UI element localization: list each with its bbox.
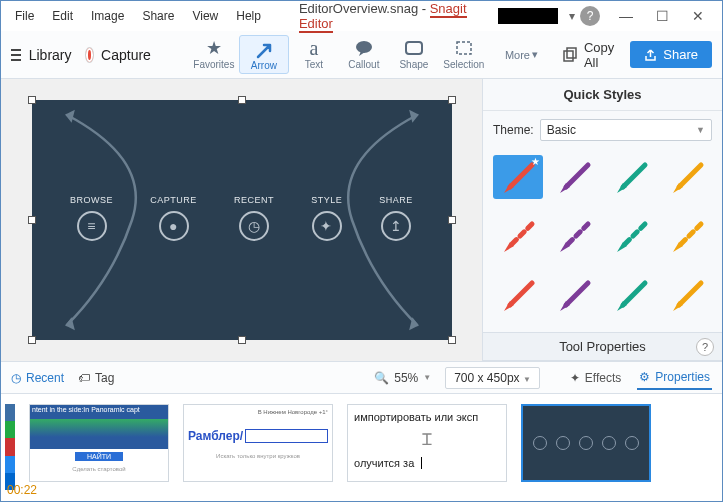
styles-grid: ★ — [483, 149, 722, 332]
tool-properties-header: Tool Properties ? — [483, 332, 722, 361]
canvas-item-style: STYLE✦ — [311, 195, 342, 241]
svg-point-0 — [356, 41, 372, 53]
copy-icon — [562, 47, 578, 63]
shape-icon — [389, 37, 439, 59]
zoom-control[interactable]: 🔍55% ▼ — [374, 371, 431, 385]
canvas-image[interactable]: BROWSE≡ CAPTURE● RECENT◷ STYLE✦ SHARE↥ — [32, 100, 452, 340]
close-button[interactable]: ✕ — [680, 4, 716, 28]
share-icon — [644, 48, 657, 61]
style-swatch[interactable] — [606, 155, 656, 199]
style-swatch[interactable] — [662, 155, 712, 199]
menu-file[interactable]: File — [7, 5, 42, 27]
tool-favorites[interactable]: ★Favorites — [189, 35, 239, 74]
menu-help[interactable]: Help — [228, 5, 269, 27]
tray-timer: 00:22 — [7, 483, 37, 497]
recent-button[interactable]: ◷Recent — [11, 371, 64, 385]
menu-edit[interactable]: Edit — [44, 5, 81, 27]
wand-icon: ✦ — [570, 371, 580, 385]
tool-shape[interactable]: Shape — [389, 35, 439, 74]
arrow-icon — [554, 275, 594, 315]
minimize-button[interactable]: — — [608, 4, 644, 28]
upload-icon: ↥ — [381, 211, 411, 241]
resize-handle[interactable] — [28, 96, 36, 104]
canvas-item-browse: BROWSE≡ — [70, 195, 113, 241]
style-swatch[interactable] — [493, 214, 543, 258]
canvas-item-share: SHARE↥ — [379, 195, 413, 241]
tag-button[interactable]: 🏷Tag — [78, 371, 114, 385]
canvas-area[interactable]: BROWSE≡ CAPTURE● RECENT◷ STYLE✦ SHARE↥ — [1, 79, 482, 361]
svg-line-23 — [566, 283, 588, 305]
theme-select[interactable]: Basic▼ — [540, 119, 712, 141]
thumbnail-selected[interactable]: snag — [521, 404, 651, 482]
canvas-icons-row: BROWSE≡ CAPTURE● RECENT◷ STYLE✦ SHARE↥ — [32, 195, 452, 241]
svg-line-27 — [679, 283, 701, 305]
style-swatch[interactable] — [549, 155, 599, 199]
thumbnail[interactable]: импортировать или эксп Ꮖ олучится за — [347, 404, 507, 482]
style-swatch[interactable] — [662, 273, 712, 317]
maximize-button[interactable]: ☐ — [644, 4, 680, 28]
right-panel: Quick Styles Theme: Basic▼ ★ Tool Proper… — [482, 79, 722, 361]
document-name: EditorOverview.snag — [299, 1, 418, 16]
arrow-icon — [498, 216, 538, 256]
resize-handle[interactable] — [448, 336, 456, 344]
arrow-icon — [611, 157, 651, 197]
arrow-icon — [667, 275, 707, 315]
resize-handle[interactable] — [448, 216, 456, 224]
record-icon[interactable] — [86, 48, 94, 62]
tab-properties[interactable]: ⚙Properties — [637, 366, 712, 390]
canvas-item-capture: CAPTURE● — [150, 195, 197, 241]
clock-icon: ◷ — [11, 371, 21, 385]
menu-image[interactable]: Image — [83, 5, 132, 27]
menu-share[interactable]: Share — [134, 5, 182, 27]
arrow-icon — [611, 275, 651, 315]
style-swatch[interactable]: ★ — [493, 155, 543, 199]
resize-handle[interactable] — [28, 336, 36, 344]
style-swatch[interactable] — [549, 214, 599, 258]
title-caret-icon[interactable]: ▾ — [564, 9, 580, 23]
arrow-icon — [611, 216, 651, 256]
svg-rect-2 — [457, 42, 471, 54]
resize-handle[interactable] — [28, 216, 36, 224]
tool-arrow[interactable]: Arrow — [239, 35, 289, 74]
svg-line-11 — [679, 165, 701, 187]
copy-all-button[interactable]: Copy All — [554, 36, 622, 74]
star-icon: ★ — [189, 37, 239, 59]
tag-icon: 🏷 — [78, 371, 90, 385]
text-icon: a — [289, 37, 339, 59]
thumbnail[interactable]: В Нижнем Новгороде +1° Рамблер/ Искать т… — [183, 404, 333, 482]
resize-handle[interactable] — [238, 336, 246, 344]
capture-button[interactable]: Capture — [101, 47, 151, 63]
thumb-strip[interactable] — [5, 404, 15, 490]
help-button[interactable]: ? — [580, 6, 600, 26]
svg-line-15 — [566, 224, 588, 246]
help-icon[interactable]: ? — [696, 338, 714, 356]
style-swatch[interactable] — [606, 273, 656, 317]
selection-icon — [439, 37, 489, 59]
chevron-down-icon: ▼ — [696, 125, 705, 135]
tool-callout[interactable]: Callout — [339, 35, 389, 74]
svg-line-17 — [623, 224, 645, 246]
menu-view[interactable]: View — [184, 5, 226, 27]
resize-handle[interactable] — [448, 96, 456, 104]
more-button[interactable]: More▾ — [505, 48, 538, 61]
clock-icon: ◷ — [239, 211, 269, 241]
share-button[interactable]: Share — [630, 41, 712, 68]
tool-text[interactable]: aText — [289, 35, 339, 74]
tab-effects[interactable]: ✦Effects — [568, 366, 623, 390]
window-controls: ▾ ? — ☐ ✕ — [498, 4, 716, 28]
menu-icon[interactable] — [11, 49, 21, 61]
svg-rect-4 — [567, 48, 576, 58]
chevron-down-icon: ▾ — [532, 48, 538, 61]
arrow-icon — [667, 216, 707, 256]
canvas-item-recent: RECENT◷ — [234, 195, 274, 241]
style-swatch[interactable] — [493, 273, 543, 317]
style-swatch[interactable] — [549, 273, 599, 317]
tool-selection[interactable]: Selection — [439, 35, 489, 74]
resize-handle[interactable] — [238, 96, 246, 104]
style-swatch[interactable] — [662, 214, 712, 258]
style-swatch[interactable] — [606, 214, 656, 258]
thumbnail[interactable]: ntent in the side:In Panoramic capt НАЙТ… — [29, 404, 169, 482]
dimensions-display[interactable]: 700 x 450px ▼ — [445, 367, 540, 389]
chevron-down-icon: ▼ — [523, 375, 531, 384]
library-button[interactable]: Library — [29, 47, 72, 63]
